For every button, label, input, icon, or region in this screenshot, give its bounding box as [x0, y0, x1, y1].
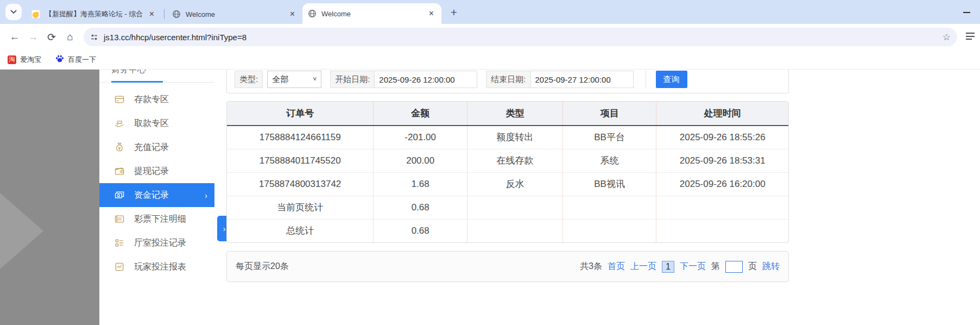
list-doc-icon	[114, 214, 125, 224]
bookmark-baidu[interactable]: 百度一下	[55, 54, 96, 65]
jump-button[interactable]: 跳转	[762, 261, 780, 272]
bookmarks-bar: 淘 爱淘宝 百度一下	[0, 50, 980, 70]
reading-list-icon[interactable]	[963, 28, 975, 46]
site-settings-icon[interactable]	[90, 33, 98, 41]
col-project: 项目	[562, 102, 656, 126]
type-select-value: 全部	[272, 74, 288, 85]
wallet-icon	[114, 166, 125, 177]
home-button[interactable]: ⌂	[61, 28, 79, 46]
report-chart-icon	[114, 261, 125, 272]
sidebar-nav: 存款专区 取款专区 充值记录 提现记录 资金记录 › 彩票下注明	[99, 88, 214, 279]
bookmark-label: 爱淘宝	[20, 55, 41, 65]
sidebar-item-label: 厅室投注记录	[134, 238, 186, 249]
watermark-triangle	[0, 181, 43, 281]
table-row-total-summary: 总统计 0.68	[227, 219, 788, 242]
col-type: 类型	[467, 102, 563, 126]
type-select[interactable]: 全部 ˅	[267, 71, 321, 88]
jump-page-input[interactable]	[725, 261, 743, 273]
total-count-text: 共3条	[580, 261, 602, 272]
funds-table: 订单号 金额 类型 项目 处理时间 1758884124661159 -201.…	[226, 101, 789, 243]
reload-button[interactable]: ⟳	[42, 28, 61, 46]
globe-icon	[308, 9, 317, 18]
close-icon[interactable]: ×	[427, 9, 436, 18]
table-header-row: 订单号 金额 类型 项目 处理时间	[227, 102, 788, 126]
browser-toolbar: ← → ⟳ ⌂ js13.cc/hhcp/usercenter.html?ini…	[0, 24, 980, 50]
sidebar-item-withdraw-records[interactable]: 提现记录	[99, 159, 214, 183]
query-button[interactable]: 查询	[656, 71, 687, 88]
table-row: 1758884011745520 200.00 在线存款 系统 2025-09-…	[227, 149, 788, 172]
start-date-label: 开始日期:	[330, 71, 374, 88]
cell-summary-label: 总统计	[227, 219, 374, 242]
cell-process-time: 2025-09-26 18:55:26	[656, 126, 788, 149]
bank-card-icon	[114, 94, 125, 105]
back-button[interactable]: ←	[5, 28, 24, 46]
chevron-down-icon: ˅	[313, 76, 317, 83]
cell-project: 系统	[562, 149, 656, 172]
page-left-margin	[0, 70, 99, 325]
chevron-right-icon: ›	[205, 191, 207, 200]
tab-title: 【新提醒】海燕策略论坛 - 综合	[45, 9, 144, 19]
sidebar-item-lottery-bet-details[interactable]: 彩票下注明细	[99, 207, 214, 231]
forward-button[interactable]: →	[24, 28, 42, 46]
sidebar: 财务中心 存款专区 取款专区 充值记录 提现记录 资金记录	[99, 70, 214, 325]
cell-amount: 1.68	[374, 172, 467, 196]
cell-process-time: 2025-09-26 16:20:00	[656, 172, 788, 196]
sidebar-item-label: 资金记录	[134, 190, 169, 201]
cell-amount: 0.68	[374, 196, 467, 219]
address-bar[interactable]: js13.cc/hhcp/usercenter.html?iniType=8 ☆	[84, 28, 957, 46]
col-amount: 金额	[374, 102, 467, 126]
col-process-time: 处理时间	[656, 102, 788, 126]
cell-summary-label: 当前页统计	[227, 196, 374, 219]
filter-separator	[646, 71, 646, 88]
page-size-text: 每页显示20条	[236, 261, 289, 272]
tab-title: Welcome	[186, 10, 284, 18]
browser-tab-welcome-2-active[interactable]: Welcome ×	[302, 3, 441, 24]
end-date-input[interactable]	[530, 71, 634, 88]
sidebar-item-label: 取款专区	[134, 118, 169, 129]
new-tab-button[interactable]: +	[446, 4, 462, 21]
browser-tab-forum[interactable]: 【新提醒】海燕策略论坛 - 综合 ×	[26, 4, 162, 24]
next-page-link[interactable]: 下一页	[680, 261, 706, 272]
sidebar-item-label: 提现记录	[134, 166, 169, 177]
sidebar-item-label: 充值记录	[134, 142, 169, 153]
start-date-input[interactable]	[374, 71, 477, 88]
minimize-button[interactable]	[963, 12, 970, 13]
prev-page-link[interactable]: 上一页	[630, 261, 656, 272]
jump-prefix-text: 第	[711, 261, 720, 272]
table-row: 1758884124661159 -201.00 额度转出 BB平台 2025-…	[227, 126, 788, 149]
cell-order-no: 1758884124661159	[227, 126, 374, 149]
cell-order-no: 1758874800313742	[227, 172, 374, 196]
browser-tab-welcome-1[interactable]: Welcome ×	[167, 4, 302, 24]
bookmark-star-icon[interactable]: ☆	[943, 32, 951, 43]
sidebar-active-underline	[111, 81, 163, 83]
cell-type: 在线存款	[467, 149, 563, 172]
cell-amount: -201.00	[374, 126, 467, 149]
tab-search-button[interactable]	[5, 4, 22, 20]
baidu-paw-icon	[55, 54, 64, 65]
url-text[interactable]: js13.cc/hhcp/usercenter.html?iniType=8	[104, 33, 943, 42]
cell-type: 反水	[467, 172, 563, 196]
current-page-badge[interactable]: 1	[662, 261, 674, 273]
sidebar-item-player-bet-report[interactable]: 玩家投注报表	[99, 255, 214, 279]
sidebar-item-label: 存款专区	[134, 94, 169, 105]
chevron-down-icon	[10, 10, 17, 14]
cell-project: BB平台	[562, 126, 656, 149]
close-icon[interactable]: ×	[147, 9, 156, 19]
sidebar-item-deposit[interactable]: 存款专区	[99, 88, 214, 111]
sidebar-item-hall-bet-records[interactable]: 厅室投注记录	[99, 231, 214, 255]
table-row: 1758874800313742 1.68 反水 BB视讯 2025-09-26…	[227, 172, 788, 196]
sidebar-item-funds-records[interactable]: 资金记录 ›	[99, 183, 214, 207]
cell-process-time: 2025-09-26 18:53:31	[656, 149, 788, 172]
sidebar-item-label: 彩票下注明细	[134, 214, 186, 225]
sidebar-header: 财务中心	[99, 70, 214, 79]
sidebar-item-withdraw-area[interactable]: 取款专区	[99, 111, 214, 135]
jump-suffix-text: 页	[748, 261, 757, 272]
bookmark-label: 百度一下	[68, 55, 96, 65]
first-page-link[interactable]: 首页	[608, 261, 625, 272]
close-icon[interactable]: ×	[288, 9, 297, 19]
filter-panel: 类型: 全部 ˅ 开始日期: 结束日期: 查询	[226, 70, 789, 93]
col-order-no: 订单号	[227, 102, 374, 126]
bookmark-aitaobao[interactable]: 淘 爱淘宝	[8, 55, 41, 65]
funds-icon	[114, 190, 125, 201]
sidebar-item-recharge-records[interactable]: 充值记录	[99, 135, 214, 159]
